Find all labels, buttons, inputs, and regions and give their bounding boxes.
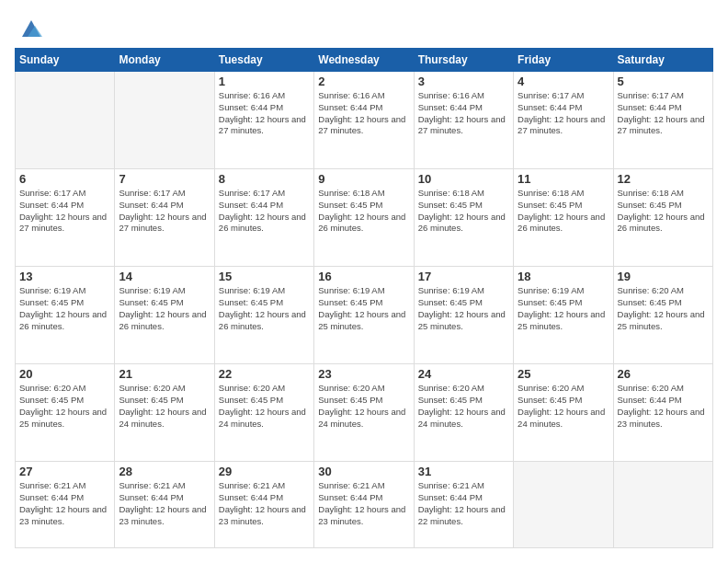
week-row-1: 1Sunrise: 6:16 AMSunset: 6:44 PMDaylight… bbox=[16, 72, 713, 169]
day-cell-13: 13Sunrise: 6:19 AMSunset: 6:45 PMDayligh… bbox=[16, 267, 115, 364]
day-cell-21: 21Sunrise: 6:20 AMSunset: 6:45 PMDayligh… bbox=[115, 364, 214, 462]
calendar-table: SundayMondayTuesdayWednesdayThursdayFrid… bbox=[15, 48, 713, 548]
day-cell-5: 5Sunrise: 6:17 AMSunset: 6:44 PMDaylight… bbox=[613, 72, 712, 169]
day-cell-11: 11Sunrise: 6:18 AMSunset: 6:45 PMDayligh… bbox=[514, 169, 613, 267]
day-number: 17 bbox=[418, 270, 509, 283]
week-row-5: 27Sunrise: 6:21 AMSunset: 6:44 PMDayligh… bbox=[16, 462, 713, 548]
day-info: Sunrise: 6:16 AMSunset: 6:44 PMDaylight:… bbox=[219, 90, 310, 137]
day-cell-1: 1Sunrise: 6:16 AMSunset: 6:44 PMDaylight… bbox=[214, 72, 313, 169]
day-number: 3 bbox=[418, 75, 509, 88]
day-number: 21 bbox=[119, 367, 210, 381]
day-number: 20 bbox=[19, 367, 110, 381]
day-info: Sunrise: 6:19 AMSunset: 6:45 PMDaylight:… bbox=[318, 285, 409, 332]
day-info: Sunrise: 6:21 AMSunset: 6:44 PMDaylight:… bbox=[219, 480, 310, 527]
day-cell-16: 16Sunrise: 6:19 AMSunset: 6:45 PMDayligh… bbox=[314, 267, 414, 364]
day-info: Sunrise: 6:20 AMSunset: 6:45 PMDaylight:… bbox=[119, 383, 210, 430]
day-number: 31 bbox=[418, 465, 509, 478]
day-number: 1 bbox=[219, 75, 310, 88]
day-info: Sunrise: 6:19 AMSunset: 6:45 PMDaylight:… bbox=[518, 285, 609, 332]
weekday-header-row: SundayMondayTuesdayWednesdayThursdayFrid… bbox=[16, 49, 713, 72]
day-cell-26: 26Sunrise: 6:20 AMSunset: 6:44 PMDayligh… bbox=[613, 364, 712, 462]
day-cell-15: 15Sunrise: 6:19 AMSunset: 6:45 PMDayligh… bbox=[214, 267, 313, 364]
day-number: 12 bbox=[618, 172, 709, 186]
day-cell-14: 14Sunrise: 6:19 AMSunset: 6:45 PMDayligh… bbox=[115, 267, 214, 364]
day-number: 28 bbox=[119, 465, 210, 478]
day-cell-22: 22Sunrise: 6:20 AMSunset: 6:45 PMDayligh… bbox=[214, 364, 313, 462]
day-info: Sunrise: 6:18 AMSunset: 6:45 PMDaylight:… bbox=[518, 188, 609, 235]
day-number: 6 bbox=[19, 172, 110, 186]
day-cell-7: 7Sunrise: 6:17 AMSunset: 6:44 PMDaylight… bbox=[115, 169, 214, 267]
day-info: Sunrise: 6:20 AMSunset: 6:45 PMDaylight:… bbox=[318, 383, 409, 430]
day-info: Sunrise: 6:17 AMSunset: 6:44 PMDaylight:… bbox=[618, 90, 709, 137]
day-number: 13 bbox=[19, 270, 110, 283]
day-cell-24: 24Sunrise: 6:20 AMSunset: 6:45 PMDayligh… bbox=[414, 364, 513, 462]
day-info: Sunrise: 6:20 AMSunset: 6:44 PMDaylight:… bbox=[618, 383, 709, 430]
page: SundayMondayTuesdayWednesdayThursdayFrid… bbox=[0, 0, 728, 563]
week-row-3: 13Sunrise: 6:19 AMSunset: 6:45 PMDayligh… bbox=[16, 267, 713, 364]
day-info: Sunrise: 6:21 AMSunset: 6:44 PMDaylight:… bbox=[119, 480, 210, 527]
day-cell-19: 19Sunrise: 6:20 AMSunset: 6:45 PMDayligh… bbox=[613, 267, 712, 364]
day-info: Sunrise: 6:19 AMSunset: 6:45 PMDaylight:… bbox=[119, 285, 210, 332]
day-number: 25 bbox=[518, 367, 609, 381]
day-cell-20: 20Sunrise: 6:20 AMSunset: 6:45 PMDayligh… bbox=[16, 364, 115, 462]
day-number: 2 bbox=[318, 75, 409, 88]
day-number: 7 bbox=[119, 172, 210, 186]
day-cell-17: 17Sunrise: 6:19 AMSunset: 6:45 PMDayligh… bbox=[414, 267, 513, 364]
day-number: 26 bbox=[618, 367, 709, 381]
day-cell-28: 28Sunrise: 6:21 AMSunset: 6:44 PMDayligh… bbox=[115, 462, 214, 548]
day-info: Sunrise: 6:20 AMSunset: 6:45 PMDaylight:… bbox=[19, 383, 110, 430]
weekday-header-saturday: Saturday bbox=[613, 49, 712, 72]
day-number: 8 bbox=[219, 172, 310, 186]
day-info: Sunrise: 6:18 AMSunset: 6:45 PMDaylight:… bbox=[418, 188, 509, 235]
day-number: 19 bbox=[618, 270, 709, 283]
day-number: 14 bbox=[119, 270, 210, 283]
day-number: 18 bbox=[518, 270, 609, 283]
day-number: 15 bbox=[219, 270, 310, 283]
day-info: Sunrise: 6:17 AMSunset: 6:44 PMDaylight:… bbox=[219, 188, 310, 235]
day-cell-8: 8Sunrise: 6:17 AMSunset: 6:44 PMDaylight… bbox=[214, 169, 313, 267]
day-number: 24 bbox=[418, 367, 509, 381]
day-number: 5 bbox=[618, 75, 709, 88]
day-info: Sunrise: 6:20 AMSunset: 6:45 PMDaylight:… bbox=[618, 285, 709, 332]
day-info: Sunrise: 6:19 AMSunset: 6:45 PMDaylight:… bbox=[418, 285, 509, 332]
weekday-header-thursday: Thursday bbox=[414, 49, 513, 72]
day-cell-27: 27Sunrise: 6:21 AMSunset: 6:44 PMDayligh… bbox=[16, 462, 115, 548]
empty-cell bbox=[514, 462, 613, 548]
day-info: Sunrise: 6:21 AMSunset: 6:44 PMDaylight:… bbox=[418, 480, 509, 527]
day-info: Sunrise: 6:21 AMSunset: 6:44 PMDaylight:… bbox=[318, 480, 409, 527]
day-info: Sunrise: 6:18 AMSunset: 6:45 PMDaylight:… bbox=[618, 188, 709, 235]
empty-cell bbox=[16, 72, 115, 169]
day-info: Sunrise: 6:17 AMSunset: 6:44 PMDaylight:… bbox=[518, 90, 609, 137]
day-cell-6: 6Sunrise: 6:17 AMSunset: 6:44 PMDaylight… bbox=[16, 169, 115, 267]
day-info: Sunrise: 6:16 AMSunset: 6:44 PMDaylight:… bbox=[418, 90, 509, 137]
day-cell-12: 12Sunrise: 6:18 AMSunset: 6:45 PMDayligh… bbox=[613, 169, 712, 267]
day-cell-25: 25Sunrise: 6:20 AMSunset: 6:45 PMDayligh… bbox=[514, 364, 613, 462]
weekday-header-friday: Friday bbox=[514, 49, 613, 72]
day-info: Sunrise: 6:16 AMSunset: 6:44 PMDaylight:… bbox=[318, 90, 409, 137]
day-number: 10 bbox=[418, 172, 509, 186]
day-info: Sunrise: 6:20 AMSunset: 6:45 PMDaylight:… bbox=[518, 383, 609, 430]
header bbox=[15, 15, 713, 40]
day-cell-10: 10Sunrise: 6:18 AMSunset: 6:45 PMDayligh… bbox=[414, 169, 513, 267]
empty-cell bbox=[115, 72, 214, 169]
day-info: Sunrise: 6:17 AMSunset: 6:44 PMDaylight:… bbox=[119, 188, 210, 235]
empty-cell bbox=[613, 462, 712, 548]
day-number: 11 bbox=[518, 172, 609, 186]
week-row-4: 20Sunrise: 6:20 AMSunset: 6:45 PMDayligh… bbox=[16, 364, 713, 462]
day-info: Sunrise: 6:20 AMSunset: 6:45 PMDaylight:… bbox=[219, 383, 310, 430]
day-number: 16 bbox=[318, 270, 409, 283]
day-info: Sunrise: 6:17 AMSunset: 6:44 PMDaylight:… bbox=[19, 188, 110, 235]
week-row-2: 6Sunrise: 6:17 AMSunset: 6:44 PMDaylight… bbox=[16, 169, 713, 267]
day-number: 29 bbox=[219, 465, 310, 478]
day-cell-4: 4Sunrise: 6:17 AMSunset: 6:44 PMDaylight… bbox=[514, 72, 613, 169]
logo bbox=[15, 15, 44, 40]
day-info: Sunrise: 6:18 AMSunset: 6:45 PMDaylight:… bbox=[318, 188, 409, 235]
day-info: Sunrise: 6:19 AMSunset: 6:45 PMDaylight:… bbox=[219, 285, 310, 332]
day-number: 27 bbox=[19, 465, 110, 478]
day-number: 22 bbox=[219, 367, 310, 381]
logo-icon bbox=[18, 15, 44, 40]
day-cell-2: 2Sunrise: 6:16 AMSunset: 6:44 PMDaylight… bbox=[314, 72, 414, 169]
day-cell-23: 23Sunrise: 6:20 AMSunset: 6:45 PMDayligh… bbox=[314, 364, 414, 462]
day-cell-31: 31Sunrise: 6:21 AMSunset: 6:44 PMDayligh… bbox=[414, 462, 513, 548]
day-cell-9: 9Sunrise: 6:18 AMSunset: 6:45 PMDaylight… bbox=[314, 169, 414, 267]
